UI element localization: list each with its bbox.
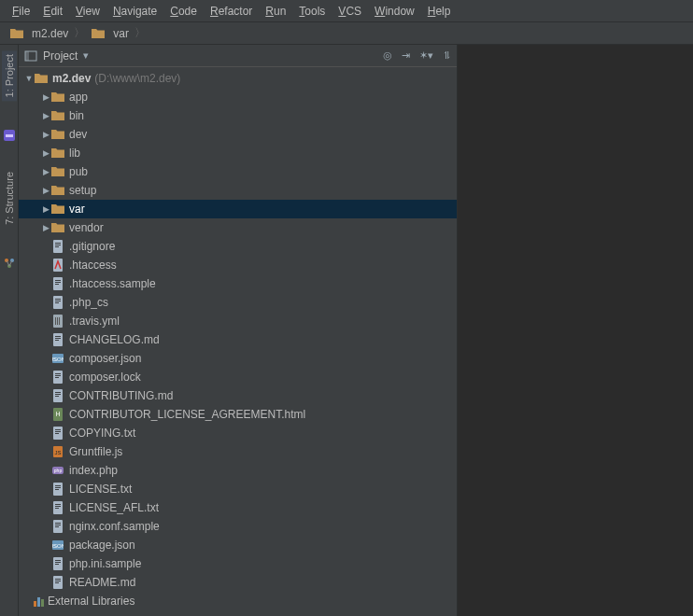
- svg-rect-57: [55, 523, 61, 524]
- collapse-arrow-icon[interactable]: ▶: [41, 130, 50, 139]
- tree-folder-setup[interactable]: ▶setup: [19, 181, 457, 200]
- folder-icon: [50, 127, 65, 142]
- project-tab-icon: [3, 129, 16, 142]
- svg-rect-69: [55, 582, 59, 583]
- file-icon: [50, 239, 65, 254]
- tree-root[interactable]: ▼m2.dev(D:\www\m2.dev): [19, 69, 457, 88]
- file-icon: [50, 295, 65, 310]
- svg-rect-42: [55, 431, 61, 432]
- menu-view[interactable]: View: [69, 3, 106, 20]
- collapse-arrow-icon[interactable]: ▶: [41, 204, 50, 214]
- folder-icon: [34, 71, 49, 86]
- tree-file--gitignore[interactable]: .gitignore: [19, 237, 457, 256]
- svg-rect-43: [55, 433, 59, 434]
- svg-rect-27: [55, 340, 59, 341]
- tree-file--htaccess-sample[interactable]: .htaccess.sample: [19, 274, 457, 293]
- tree-file-license-afl-txt[interactable]: LICENSE_AFL.txt: [19, 498, 457, 517]
- tab-structure[interactable]: 7: Structure: [2, 168, 17, 229]
- menu-edit[interactable]: Edit: [36, 3, 69, 20]
- file-icon: JSON: [50, 351, 65, 366]
- tree-folder-var[interactable]: ▶var: [19, 200, 457, 218]
- collapse-arrow-icon[interactable]: ▶: [41, 186, 50, 195]
- tree-file-contributing-md[interactable]: CONTRIBUTING.md: [19, 386, 457, 405]
- svg-rect-67: [55, 579, 61, 580]
- breadcrumb: m2.dev〉var〉: [0, 22, 693, 45]
- collapse-arrow-icon[interactable]: ▶: [41, 167, 50, 176]
- gear-icon[interactable]: ✶▾: [419, 49, 433, 62]
- tree-file-nginx-conf-sample[interactable]: nginx.conf.sample: [19, 517, 457, 536]
- svg-rect-8: [55, 243, 61, 244]
- menu-tools[interactable]: Tools: [292, 3, 332, 20]
- menu-help[interactable]: Help: [421, 3, 458, 20]
- tree-file-php-ini-sample[interactable]: php.ini.sample: [19, 554, 457, 573]
- tree-file-gruntfile-js[interactable]: JSGruntfile.js: [19, 442, 457, 461]
- file-icon: [50, 370, 65, 385]
- breadcrumb-var[interactable]: var: [87, 24, 133, 43]
- file-icon: [50, 314, 65, 329]
- file-icon: [50, 556, 65, 571]
- tree-file-copying-txt[interactable]: COPYING.txt: [19, 424, 457, 442]
- svg-rect-63: [55, 560, 61, 561]
- tree-file-composer-lock[interactable]: composer.lock: [19, 368, 457, 386]
- collapse-arrow-icon[interactable]: ▶: [41, 223, 50, 232]
- file-icon: JS: [50, 444, 65, 459]
- file-icon: [50, 519, 65, 534]
- svg-rect-32: [55, 375, 61, 376]
- menu-refactor[interactable]: Refactor: [204, 3, 259, 20]
- tree-folder-vendor[interactable]: ▶vendor: [19, 218, 457, 237]
- menu-vcs[interactable]: VCS: [332, 3, 368, 20]
- collapse-arrow-icon[interactable]: ▶: [41, 92, 50, 102]
- tree-file-package-json[interactable]: JSONpackage.json: [19, 536, 457, 554]
- tree-folder-app[interactable]: ▶app: [19, 88, 457, 106]
- file-icon: [50, 258, 65, 273]
- tree-file--htaccess[interactable]: .htaccess: [19, 256, 457, 274]
- locate-icon[interactable]: ◎: [383, 49, 392, 62]
- menu-code[interactable]: Code: [163, 3, 204, 20]
- tree-file--php-cs[interactable]: .php_cs: [19, 293, 457, 312]
- svg-rect-33: [55, 377, 59, 378]
- project-view-icon: [24, 49, 37, 63]
- svg-rect-31: [55, 373, 61, 374]
- svg-rect-64: [55, 562, 61, 563]
- expand-arrow-icon[interactable]: ▼: [24, 74, 34, 83]
- menu-run[interactable]: Run: [259, 3, 292, 20]
- hide-icon[interactable]: ⥮: [443, 49, 451, 62]
- svg-rect-15: [55, 284, 59, 285]
- chevron-down-icon[interactable]: ▾: [83, 49, 89, 62]
- svg-rect-59: [55, 526, 59, 527]
- file-icon: [50, 500, 65, 515]
- tree-file-composer-json[interactable]: JSONcomposer.json: [19, 349, 457, 368]
- collapse-arrow-icon[interactable]: ▶: [41, 148, 50, 158]
- tree-file--travis-yml[interactable]: .travis.yml: [19, 312, 457, 330]
- tree-file-readme-md[interactable]: README.md: [19, 573, 457, 592]
- svg-rect-68: [55, 581, 61, 581]
- collapse-all-icon[interactable]: ⇥: [402, 49, 410, 62]
- tree-file-changelog-md[interactable]: CHANGELOG.md: [19, 330, 457, 349]
- tree-folder-lib[interactable]: ▶lib: [19, 144, 457, 162]
- tree-folder-bin[interactable]: ▶bin: [19, 106, 457, 125]
- tree-folder-pub[interactable]: ▶pub: [19, 162, 457, 181]
- tool-strip-left: 1: Project 7: Structure: [0, 45, 19, 616]
- svg-rect-17: [55, 299, 61, 300]
- breadcrumb-m2.dev[interactable]: m2.dev: [6, 24, 72, 43]
- svg-text:H: H: [55, 411, 60, 417]
- folder-icon: [50, 202, 65, 217]
- svg-rect-65: [55, 564, 59, 565]
- tab-project[interactable]: 1: Project: [2, 50, 17, 101]
- tree-file-index-php[interactable]: phpindex.php: [19, 461, 457, 480]
- collapse-arrow-icon[interactable]: ▶: [41, 111, 50, 120]
- file-icon: [50, 426, 65, 441]
- menu-file[interactable]: File: [6, 3, 36, 20]
- tree-file-license-txt[interactable]: LICENSE.txt: [19, 480, 457, 498]
- tree-folder-dev[interactable]: ▶dev: [19, 125, 457, 144]
- menu-navigate[interactable]: Navigate: [106, 3, 163, 20]
- tree-external-libraries[interactable]: External Libraries: [19, 592, 457, 610]
- menu-window[interactable]: Window: [368, 3, 421, 20]
- svg-rect-54: [55, 506, 61, 507]
- svg-rect-1: [6, 134, 13, 137]
- tree-file-contributor-license-agreement-html[interactable]: HCONTRIBUTOR_LICENSE_AGREEMENT.html: [19, 405, 457, 424]
- file-icon: [50, 575, 65, 590]
- project-tree[interactable]: ▼m2.dev(D:\www\m2.dev)▶app▶bin▶dev▶lib▶p…: [19, 67, 457, 616]
- svg-text:php: php: [54, 468, 63, 473]
- svg-rect-18: [55, 301, 61, 301]
